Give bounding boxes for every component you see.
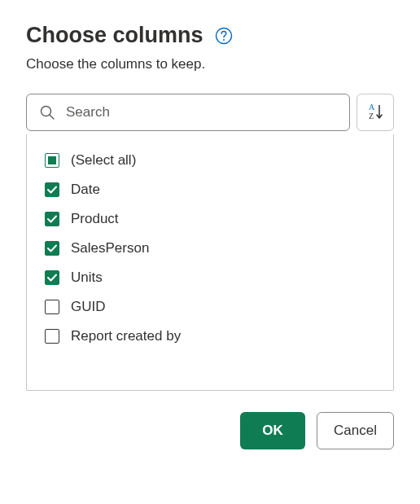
search-icon bbox=[38, 103, 56, 121]
dialog-title: Choose columns bbox=[26, 23, 203, 48]
column-item-units[interactable]: Units bbox=[27, 263, 393, 292]
checkbox-date[interactable] bbox=[45, 182, 59, 197]
column-list: (Select all) Date Product SalesPerson Un… bbox=[26, 134, 394, 391]
column-item-date[interactable]: Date bbox=[27, 175, 393, 204]
column-label: Date bbox=[71, 182, 100, 198]
column-item-report-created-by[interactable]: Report created by bbox=[27, 322, 393, 351]
help-icon[interactable] bbox=[215, 27, 233, 45]
column-item-guid[interactable]: GUID bbox=[27, 292, 393, 322]
dialog-subtitle: Choose the columns to keep. bbox=[26, 56, 394, 72]
checkbox-salesperson[interactable] bbox=[45, 241, 59, 256]
select-all-item[interactable]: (Select all) bbox=[27, 146, 393, 175]
ok-button[interactable]: OK bbox=[240, 412, 305, 449]
column-label: Product bbox=[71, 211, 119, 227]
svg-text:A: A bbox=[369, 103, 375, 112]
column-label: SalesPerson bbox=[71, 240, 149, 256]
column-item-salesperson[interactable]: SalesPerson bbox=[27, 234, 393, 263]
select-all-label: (Select all) bbox=[71, 152, 136, 169]
svg-text:Z: Z bbox=[369, 112, 374, 121]
button-row: OK Cancel bbox=[26, 412, 394, 449]
sort-az-icon: A Z bbox=[365, 101, 386, 125]
cancel-button[interactable]: Cancel bbox=[317, 412, 394, 449]
select-all-checkbox[interactable] bbox=[45, 153, 59, 168]
column-label: Report created by bbox=[71, 328, 181, 344]
sort-button[interactable]: A Z bbox=[357, 94, 394, 131]
search-box[interactable] bbox=[26, 94, 350, 131]
checkbox-units[interactable] bbox=[45, 270, 59, 285]
svg-line-3 bbox=[50, 115, 54, 119]
checkbox-report-created-by[interactable] bbox=[45, 329, 59, 344]
checkbox-product[interactable] bbox=[45, 212, 59, 226]
search-row: A Z bbox=[26, 94, 394, 131]
column-label: GUID bbox=[71, 299, 106, 315]
column-label: Units bbox=[71, 270, 103, 286]
checkbox-guid[interactable] bbox=[45, 300, 59, 314]
svg-point-1 bbox=[223, 39, 225, 41]
dialog-header: Choose columns bbox=[26, 23, 394, 48]
column-item-product[interactable]: Product bbox=[27, 204, 393, 234]
search-input[interactable] bbox=[66, 104, 338, 121]
